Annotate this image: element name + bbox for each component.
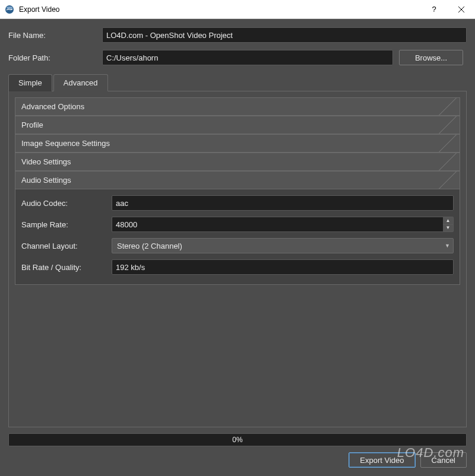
help-button[interactable]: ?	[420, 0, 448, 18]
folder-path-row: Folder Path: Browse...	[8, 50, 467, 65]
app-icon	[5, 5, 14, 14]
file-name-label: File Name:	[8, 31, 102, 40]
channel-layout-combobox[interactable]: Stereo (2 Channel) ▼	[112, 238, 454, 253]
export-video-button[interactable]: Export Video	[349, 452, 415, 468]
bit-rate-input[interactable]	[112, 259, 454, 275]
sample-rate-spinbox[interactable]: ▲ ▼	[112, 217, 454, 232]
section-image-sequence[interactable]: Image Sequence Settings	[15, 134, 460, 153]
browse-button[interactable]: Browse...	[399, 50, 463, 65]
tab-advanced[interactable]: Advanced	[53, 74, 108, 91]
file-name-row: File Name:	[8, 27, 467, 43]
channel-layout-value: Stereo (2 Channel)	[112, 238, 454, 253]
audio-codec-input[interactable]	[112, 195, 454, 211]
spacer	[15, 285, 460, 421]
section-profile[interactable]: Profile	[15, 116, 460, 134]
sample-rate-row: Sample Rate: ▲ ▼	[21, 217, 454, 232]
section-video-settings[interactable]: Video Settings	[15, 153, 460, 171]
progress-wrap: 0%	[8, 433, 467, 446]
tab-bar: Simple Advanced	[8, 74, 467, 91]
titlebar: Export Video ?	[0, 0, 475, 19]
spinbox-buttons: ▲ ▼	[443, 217, 454, 232]
sample-rate-input[interactable]	[112, 217, 443, 232]
tabs-wrapper: Simple Advanced Advanced Options Profile…	[8, 74, 467, 427]
audio-codec-row: Audio Codec:	[21, 195, 454, 211]
channel-layout-label: Channel Layout:	[21, 242, 112, 250]
file-name-input[interactable]	[102, 27, 467, 43]
tab-content-advanced: Advanced Options Profile Image Sequence …	[8, 91, 467, 427]
audio-settings-body: Audio Codec: Sample Rate: ▲ ▼ Channel La…	[15, 189, 460, 285]
bit-rate-row: Bit Rate / Quality:	[21, 259, 454, 275]
svg-point-1	[7, 7, 12, 9]
section-advanced-options[interactable]: Advanced Options	[15, 97, 460, 116]
button-bar: Export Video Cancel	[8, 452, 467, 470]
channel-layout-row: Channel Layout: Stereo (2 Channel) ▼	[21, 238, 454, 253]
tab-simple[interactable]: Simple	[8, 74, 52, 91]
cancel-button[interactable]: Cancel	[420, 452, 467, 468]
close-button[interactable]	[448, 0, 475, 18]
spin-up-icon[interactable]: ▲	[443, 217, 453, 225]
titlebar-buttons: ?	[420, 0, 475, 18]
folder-path-input[interactable]	[102, 50, 393, 65]
spin-down-icon[interactable]: ▼	[443, 225, 453, 232]
section-audio-settings[interactable]: Audio Settings	[15, 171, 460, 189]
dialog-body: File Name: Folder Path: Browse... Simple…	[0, 19, 475, 476]
audio-codec-label: Audio Codec:	[21, 199, 112, 208]
progress-bar: 0%	[8, 433, 467, 446]
window-title: Export Video	[19, 5, 420, 14]
folder-path-label: Folder Path:	[8, 53, 102, 62]
bit-rate-label: Bit Rate / Quality:	[21, 263, 112, 272]
sample-rate-label: Sample Rate:	[21, 220, 112, 229]
